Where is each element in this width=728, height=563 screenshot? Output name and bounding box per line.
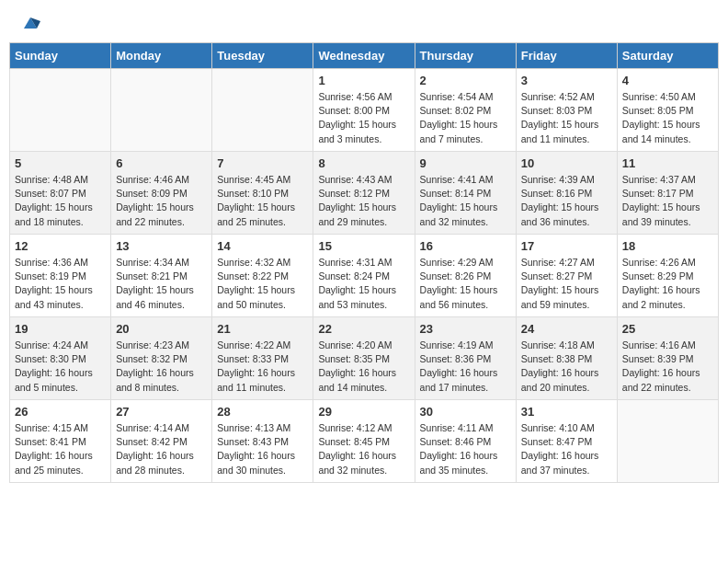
calendar-cell: 4Sunrise: 4:50 AMSunset: 8:05 PMDaylight… (617, 69, 718, 152)
day-number: 9 (420, 156, 511, 170)
calendar-week-row: 1Sunrise: 4:56 AMSunset: 8:00 PMDaylight… (10, 69, 719, 152)
calendar-cell: 13Sunrise: 4:34 AMSunset: 8:21 PMDayligh… (111, 235, 212, 317)
day-number: 12 (15, 239, 106, 253)
day-info: Sunrise: 4:41 AMSunset: 8:14 PMDaylight:… (420, 173, 511, 229)
day-number: 8 (318, 156, 409, 170)
calendar-cell: 12Sunrise: 4:36 AMSunset: 8:19 PMDayligh… (10, 235, 111, 317)
calendar-week-row: 12Sunrise: 4:36 AMSunset: 8:19 PMDayligh… (10, 235, 719, 317)
day-info: Sunrise: 4:18 AMSunset: 8:38 PMDaylight:… (521, 339, 612, 395)
page-header (9, 9, 719, 33)
calendar-cell: 23Sunrise: 4:19 AMSunset: 8:36 PMDayligh… (415, 317, 516, 400)
day-info: Sunrise: 4:20 AMSunset: 8:35 PMDaylight:… (318, 339, 409, 395)
column-header-friday: Friday (516, 43, 617, 69)
calendar-cell: 31Sunrise: 4:10 AMSunset: 8:47 PMDayligh… (516, 400, 617, 483)
calendar-cell (111, 69, 212, 152)
calendar-cell: 28Sunrise: 4:13 AMSunset: 8:43 PMDayligh… (212, 400, 313, 483)
day-number: 10 (521, 156, 612, 170)
calendar-cell: 11Sunrise: 4:37 AMSunset: 8:17 PMDayligh… (617, 152, 718, 235)
logo (18, 14, 40, 29)
day-info: Sunrise: 4:43 AMSunset: 8:12 PMDaylight:… (318, 173, 409, 229)
day-number: 1 (318, 74, 409, 87)
calendar-header-row: SundayMondayTuesdayWednesdayThursdayFrid… (10, 43, 719, 69)
day-info: Sunrise: 4:50 AMSunset: 8:05 PMDaylight:… (622, 90, 713, 146)
day-number: 17 (521, 239, 612, 253)
calendar-cell: 18Sunrise: 4:26 AMSunset: 8:29 PMDayligh… (617, 235, 718, 317)
day-number: 18 (622, 239, 713, 253)
day-number: 28 (217, 405, 308, 419)
day-info: Sunrise: 4:56 AMSunset: 8:00 PMDaylight:… (318, 90, 409, 146)
day-info: Sunrise: 4:45 AMSunset: 8:10 PMDaylight:… (217, 173, 308, 229)
day-number: 26 (15, 405, 106, 419)
day-number: 19 (15, 322, 106, 336)
calendar-cell: 29Sunrise: 4:12 AMSunset: 8:45 PMDayligh… (313, 400, 415, 483)
day-info: Sunrise: 4:16 AMSunset: 8:39 PMDaylight:… (622, 339, 713, 395)
calendar-cell: 24Sunrise: 4:18 AMSunset: 8:38 PMDayligh… (516, 317, 617, 400)
day-info: Sunrise: 4:36 AMSunset: 8:19 PMDaylight:… (15, 256, 106, 312)
column-header-sunday: Sunday (10, 43, 111, 69)
day-info: Sunrise: 4:13 AMSunset: 8:43 PMDaylight:… (217, 421, 308, 477)
calendar-cell: 20Sunrise: 4:23 AMSunset: 8:32 PMDayligh… (111, 317, 212, 400)
calendar-cell: 7Sunrise: 4:45 AMSunset: 8:10 PMDaylight… (212, 152, 313, 235)
calendar-cell: 16Sunrise: 4:29 AMSunset: 8:26 PMDayligh… (415, 235, 516, 317)
day-number: 5 (15, 156, 106, 170)
calendar-cell: 10Sunrise: 4:39 AMSunset: 8:16 PMDayligh… (516, 152, 617, 235)
day-number: 2 (420, 74, 511, 87)
day-number: 16 (420, 239, 511, 253)
day-info: Sunrise: 4:37 AMSunset: 8:17 PMDaylight:… (622, 173, 713, 229)
day-info: Sunrise: 4:23 AMSunset: 8:32 PMDaylight:… (116, 339, 207, 395)
column-header-saturday: Saturday (617, 43, 718, 69)
day-number: 14 (217, 239, 308, 253)
day-info: Sunrise: 4:32 AMSunset: 8:22 PMDaylight:… (217, 256, 308, 312)
calendar-cell: 1Sunrise: 4:56 AMSunset: 8:00 PMDaylight… (313, 69, 415, 152)
day-number: 27 (116, 405, 207, 419)
calendar-table: SundayMondayTuesdayWednesdayThursdayFrid… (9, 42, 719, 483)
day-number: 15 (318, 239, 409, 253)
calendar-week-row: 5Sunrise: 4:48 AMSunset: 8:07 PMDaylight… (10, 152, 719, 235)
column-header-wednesday: Wednesday (313, 43, 415, 69)
day-number: 6 (116, 156, 207, 170)
calendar-cell: 8Sunrise: 4:43 AMSunset: 8:12 PMDaylight… (313, 152, 415, 235)
day-info: Sunrise: 4:19 AMSunset: 8:36 PMDaylight:… (420, 339, 511, 395)
day-number: 13 (116, 239, 207, 253)
day-info: Sunrise: 4:26 AMSunset: 8:29 PMDaylight:… (622, 256, 713, 312)
calendar-cell: 17Sunrise: 4:27 AMSunset: 8:27 PMDayligh… (516, 235, 617, 317)
day-info: Sunrise: 4:31 AMSunset: 8:24 PMDaylight:… (318, 256, 409, 312)
column-header-thursday: Thursday (415, 43, 516, 69)
calendar-week-row: 19Sunrise: 4:24 AMSunset: 8:30 PMDayligh… (10, 317, 719, 400)
day-info: Sunrise: 4:46 AMSunset: 8:09 PMDaylight:… (116, 173, 207, 229)
day-number: 4 (622, 74, 713, 87)
calendar-cell: 27Sunrise: 4:14 AMSunset: 8:42 PMDayligh… (111, 400, 212, 483)
day-info: Sunrise: 4:22 AMSunset: 8:33 PMDaylight:… (217, 339, 308, 395)
day-number: 24 (521, 322, 612, 336)
day-number: 30 (420, 405, 511, 419)
day-info: Sunrise: 4:29 AMSunset: 8:26 PMDaylight:… (420, 256, 511, 312)
calendar-week-row: 26Sunrise: 4:15 AMSunset: 8:41 PMDayligh… (10, 400, 719, 483)
calendar-cell: 9Sunrise: 4:41 AMSunset: 8:14 PMDaylight… (415, 152, 516, 235)
day-info: Sunrise: 4:15 AMSunset: 8:41 PMDaylight:… (15, 421, 106, 477)
day-info: Sunrise: 4:27 AMSunset: 8:27 PMDaylight:… (521, 256, 612, 312)
calendar-cell: 22Sunrise: 4:20 AMSunset: 8:35 PMDayligh… (313, 317, 415, 400)
calendar-cell (617, 400, 718, 483)
calendar-cell: 3Sunrise: 4:52 AMSunset: 8:03 PMDaylight… (516, 69, 617, 152)
day-info: Sunrise: 4:54 AMSunset: 8:02 PMDaylight:… (420, 90, 511, 146)
day-number: 22 (318, 322, 409, 336)
calendar-cell: 14Sunrise: 4:32 AMSunset: 8:22 PMDayligh… (212, 235, 313, 317)
column-header-tuesday: Tuesday (212, 43, 313, 69)
column-header-monday: Monday (111, 43, 212, 69)
day-number: 23 (420, 322, 511, 336)
day-info: Sunrise: 4:10 AMSunset: 8:47 PMDaylight:… (521, 421, 612, 477)
calendar-cell (10, 69, 111, 152)
calendar-cell: 30Sunrise: 4:11 AMSunset: 8:46 PMDayligh… (415, 400, 516, 483)
day-number: 29 (318, 405, 409, 419)
day-info: Sunrise: 4:52 AMSunset: 8:03 PMDaylight:… (521, 90, 612, 146)
day-info: Sunrise: 4:39 AMSunset: 8:16 PMDaylight:… (521, 173, 612, 229)
day-number: 21 (217, 322, 308, 336)
calendar-cell (212, 69, 313, 152)
day-info: Sunrise: 4:48 AMSunset: 8:07 PMDaylight:… (15, 173, 106, 229)
calendar-cell: 5Sunrise: 4:48 AMSunset: 8:07 PMDaylight… (10, 152, 111, 235)
day-info: Sunrise: 4:11 AMSunset: 8:46 PMDaylight:… (420, 421, 511, 477)
calendar-cell: 19Sunrise: 4:24 AMSunset: 8:30 PMDayligh… (10, 317, 111, 400)
day-info: Sunrise: 4:24 AMSunset: 8:30 PMDaylight:… (15, 339, 106, 395)
day-number: 31 (521, 405, 612, 419)
logo-icon (20, 12, 40, 32)
